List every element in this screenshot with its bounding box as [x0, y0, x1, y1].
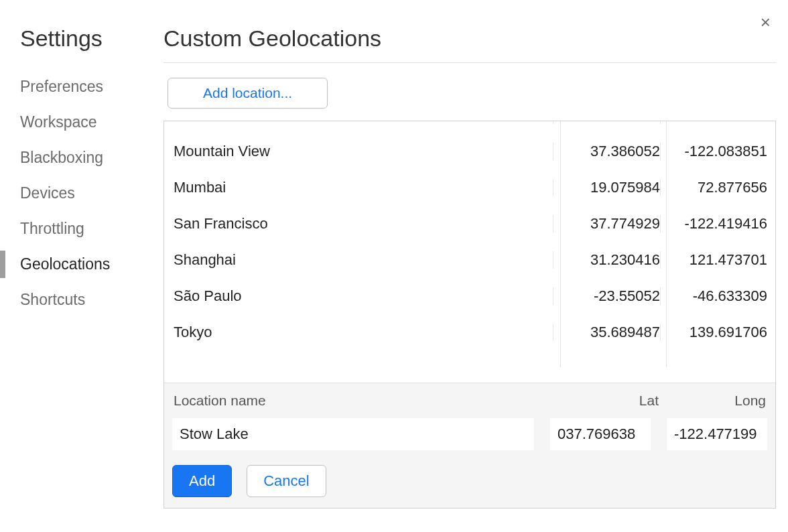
cell-location-name: Moscow [174, 121, 553, 124]
cell-longitude: 121.473701 [660, 251, 767, 269]
cell-latitude: 35.689487 [553, 324, 660, 341]
sidebar-item-label: Shortcuts [20, 291, 85, 308]
main-panel: Custom Geolocations Add location... Mosc… [146, 25, 776, 509]
cell-location-name: Mumbai [174, 179, 553, 196]
cell-latitude: 37.774929 [553, 215, 660, 232]
page-title: Custom Geolocations [163, 25, 776, 63]
close-icon[interactable]: × [761, 12, 771, 33]
cell-longitude: 139.691706 [660, 324, 767, 341]
sidebar-item-label: Geolocations [20, 255, 110, 273]
sidebar-list: Preferences Workspace Blackboxing Device… [20, 69, 146, 318]
sidebar-item-blackboxing[interactable]: Blackboxing [20, 140, 146, 176]
new-location-editor: Location name Lat Long Add Cancel [164, 383, 775, 508]
cell-latitude: 37.386052 [553, 143, 660, 160]
table-row[interactable]: Mumbai 19.075984 72.877656 [164, 170, 775, 206]
sidebar-item-preferences[interactable]: Preferences [20, 69, 146, 105]
cell-longitude: 37.6173 [660, 121, 767, 124]
column-header-long: Long [659, 393, 766, 409]
cell-longitude: -46.633309 [660, 287, 767, 305]
cell-latitude: 19.075984 [553, 179, 660, 196]
sidebar-item-workspace[interactable]: Workspace [20, 105, 146, 140]
cell-location-name: Mountain View [174, 143, 553, 160]
sidebar-item-label: Devices [20, 184, 75, 202]
cancel-button[interactable]: Cancel [247, 465, 326, 497]
settings-sidebar: Settings Preferences Workspace Blackboxi… [0, 25, 146, 509]
settings-title: Settings [20, 25, 146, 52]
sidebar-item-label: Preferences [20, 78, 103, 95]
cell-longitude: -122.083851 [660, 143, 767, 160]
location-name-input[interactable] [172, 418, 534, 450]
column-header-lat: Lat [551, 393, 659, 409]
cell-location-name: Shanghai [174, 251, 553, 269]
cell-latitude: 31.230416 [553, 251, 660, 269]
sidebar-item-geolocations[interactable]: Geolocations [20, 247, 146, 282]
cell-longitude: -122.419416 [660, 215, 767, 232]
table-row[interactable]: Mountain View 37.386052 -122.083851 [164, 133, 775, 170]
sidebar-item-label: Blackboxing [20, 149, 103, 166]
sidebar-item-label: Workspace [20, 113, 97, 131]
sidebar-item-label: Throttling [20, 220, 84, 237]
locations-viewport[interactable]: Moscow 55.755826 37.6173 Mountain View 3… [164, 121, 775, 383]
sidebar-item-shortcuts[interactable]: Shortcuts [20, 282, 146, 318]
table-row[interactable]: Shanghai 31.230416 121.473701 [164, 242, 775, 278]
table-row[interactable]: São Paulo -23.55052 -46.633309 [164, 278, 775, 314]
column-header-name: Location name [174, 393, 551, 409]
cell-location-name: Tokyo [174, 324, 553, 341]
cell-longitude: 72.877656 [660, 179, 767, 196]
latitude-input[interactable] [550, 418, 651, 450]
cell-location-name: San Francisco [174, 215, 553, 232]
longitude-input[interactable] [667, 418, 767, 450]
sidebar-item-throttling[interactable]: Throttling [20, 211, 146, 247]
add-button[interactable]: Add [172, 465, 232, 497]
table-row[interactable]: San Francisco 37.774929 -122.419416 [164, 206, 775, 242]
table-row[interactable]: Moscow 55.755826 37.6173 [164, 121, 775, 133]
cell-latitude: -23.55052 [553, 287, 660, 305]
locations-table: Moscow 55.755826 37.6173 Mountain View 3… [163, 121, 776, 509]
add-location-button[interactable]: Add location... [168, 78, 328, 109]
sidebar-item-devices[interactable]: Devices [20, 176, 146, 211]
table-row[interactable]: Tokyo 35.689487 139.691706 [164, 314, 775, 350]
cell-location-name: São Paulo [174, 287, 553, 305]
cell-latitude: 55.755826 [553, 121, 660, 124]
